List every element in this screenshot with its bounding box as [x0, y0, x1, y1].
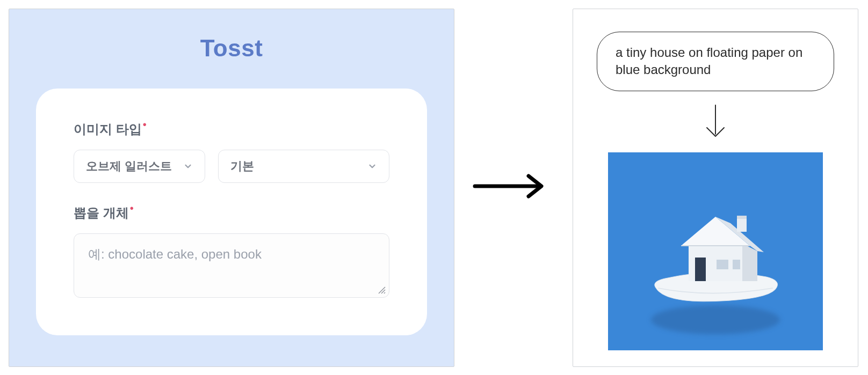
select-row: 오브제 일러스트 기본 — [74, 150, 389, 183]
image-type-select[interactable]: 오브제 일러스트 — [74, 150, 205, 183]
required-dot-icon: • — [130, 202, 134, 214]
arrow-down-icon — [703, 103, 728, 141]
prompt-bubble: a tiny house on floating paper on blue b… — [597, 32, 834, 91]
flow-arrow-down — [703, 103, 728, 141]
svg-rect-13 — [733, 260, 740, 269]
object-label-row: 뽑을 개체• — [74, 204, 389, 222]
generated-image — [608, 152, 823, 350]
brand-title: Tosst — [9, 35, 454, 62]
chevron-down-icon — [367, 161, 377, 171]
arrow-right-icon — [473, 173, 548, 200]
object-label: 뽑을 개체 — [74, 204, 129, 222]
resize-handle-icon[interactable] — [377, 285, 386, 294]
svg-rect-12 — [717, 260, 728, 269]
image-subtype-select-value: 기본 — [230, 158, 254, 174]
house-shadow — [651, 305, 780, 334]
object-textarea[interactable]: 예: chocolate cake, open book — [74, 233, 389, 298]
tiny-house — [662, 201, 769, 286]
diagram-stage: Tosst 이미지 타입• 오브제 일러스트 기본 뽑을 개체• 예: cho — [0, 0, 868, 375]
svg-line-2 — [384, 292, 385, 293]
required-dot-icon: • — [143, 119, 147, 130]
output-panel: a tiny house on floating paper on blue b… — [573, 9, 858, 367]
image-type-label: 이미지 타입 — [74, 121, 142, 138]
chevron-down-icon — [183, 161, 193, 171]
svg-rect-10 — [737, 216, 747, 219]
flow-arrow-right — [473, 167, 548, 205]
prompt-text: a tiny house on floating paper on blue b… — [616, 45, 802, 77]
svg-rect-11 — [695, 258, 706, 281]
image-type-select-value: 오브제 일러스트 — [86, 158, 172, 174]
image-subtype-select[interactable]: 기본 — [218, 150, 389, 183]
form-card: 이미지 타입• 오브제 일러스트 기본 뽑을 개체• 예: chocolate … — [36, 89, 427, 335]
input-panel: Tosst 이미지 타입• 오브제 일러스트 기본 뽑을 개체• 예: cho — [9, 9, 454, 367]
image-type-label-row: 이미지 타입• — [74, 121, 389, 138]
object-textarea-placeholder: 예: chocolate cake, open book — [88, 247, 262, 261]
